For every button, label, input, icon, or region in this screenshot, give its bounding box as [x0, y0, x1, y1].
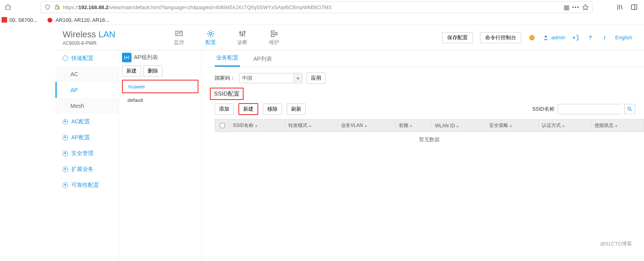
- nav-diag[interactable]: 诊断: [227, 28, 258, 48]
- group-delete-button[interactable]: 删除: [143, 65, 162, 77]
- svg-line-5: [621, 5, 622, 10]
- table-empty: 暂无数据: [215, 132, 644, 148]
- cli-button[interactable]: 命令行控制台: [480, 32, 521, 43]
- select-all-checkbox[interactable]: [220, 123, 225, 128]
- nav-config[interactable]: 配置: [195, 28, 227, 48]
- shield-icon: [44, 4, 51, 11]
- ap-group-heading: AP组列表: [122, 53, 198, 62]
- logout-icon[interactable]: [572, 34, 579, 41]
- col-vlan: 业务VLAN▲: [338, 119, 396, 132]
- save-config-button[interactable]: 保存配置: [442, 32, 473, 43]
- svg-point-18: [275, 33, 278, 35]
- nav-maint[interactable]: 维护: [258, 28, 290, 48]
- svg-point-9: [210, 32, 212, 35]
- home-icon[interactable]: [2, 2, 13, 13]
- ssid-refresh-button[interactable]: 刷新: [287, 104, 306, 115]
- sidebar-ac-config[interactable]: AC配置: [55, 114, 118, 130]
- col-ssid: SSID名称▲: [230, 119, 285, 132]
- lang-switch[interactable]: English: [615, 35, 632, 40]
- ssid-new-button[interactable]: 新建: [238, 103, 258, 115]
- group-item-huawei[interactable]: huawei: [122, 80, 198, 93]
- play-icon: [63, 119, 68, 125]
- watermark: @51CTO博客: [600, 240, 632, 248]
- antenna-icon: [122, 53, 131, 62]
- svg-text:♪: ♪: [531, 36, 533, 39]
- search-label: SSID名称: [532, 106, 554, 113]
- svg-line-24: [631, 110, 632, 111]
- lock-warning-icon: !: [53, 4, 61, 11]
- svg-rect-6: [631, 5, 637, 10]
- alert-icon[interactable]: ♪: [528, 34, 535, 41]
- star-icon[interactable]: [582, 4, 589, 11]
- col-wlanid: WLAN ID▲: [432, 119, 486, 132]
- sidebar-item-mesh[interactable]: Mesh: [55, 98, 118, 114]
- ssid-config-heading: SSID配置: [210, 88, 244, 100]
- help-icon[interactable]: ?: [587, 34, 594, 41]
- nav-monitor[interactable]: 监控: [163, 28, 195, 48]
- tab-service-config[interactable]: 业务配置: [215, 54, 240, 67]
- sidebar-item-ac[interactable]: AC: [55, 66, 118, 82]
- group-item-default[interactable]: default: [122, 93, 198, 107]
- tab-ap-list[interactable]: AP列表: [252, 56, 274, 67]
- sidebar-item-ap[interactable]: AP: [55, 82, 118, 98]
- more-icon[interactable]: •••: [572, 4, 579, 11]
- col-forward: 转发模式▲: [285, 119, 337, 132]
- svg-rect-17: [271, 34, 274, 36]
- sidebar-security[interactable]: 安全管理: [55, 146, 118, 161]
- chevron-down-icon: ▾: [293, 74, 302, 83]
- huawei-logo-icon: [47, 17, 53, 23]
- col-sec: 安全策略▲: [486, 119, 538, 132]
- svg-rect-16: [271, 31, 274, 33]
- url-text: https://192.168.88.2/view/main/default.h…: [63, 4, 560, 10]
- circle-back-icon: [63, 56, 68, 61]
- sidebar-icon[interactable]: [631, 4, 638, 11]
- url-bar[interactable]: ! https://192.168.88.2/view/main/default…: [40, 1, 593, 13]
- svg-point-23: [628, 107, 631, 110]
- device-model: AC6005-8-PWR: [63, 40, 163, 46]
- play-icon: [63, 135, 68, 140]
- sidebar-reliability[interactable]: 可靠性配置: [55, 177, 118, 193]
- svg-point-22: [126, 57, 128, 58]
- ssid-search-input[interactable]: [558, 104, 621, 114]
- svg-point-21: [545, 35, 547, 37]
- apply-button[interactable]: 应用: [307, 73, 326, 84]
- qr-icon[interactable]: ▦: [563, 4, 570, 11]
- play-icon: [63, 151, 68, 156]
- group-new-button[interactable]: 新建: [122, 65, 141, 77]
- country-code-select[interactable]: 中国 ▾: [239, 73, 303, 83]
- play-icon: [63, 167, 68, 172]
- sidebar-quick-config[interactable]: 快速配置: [55, 50, 118, 66]
- ssid-table: SSID名称▲ 转发模式▲ 业务VLAN▲ 射频▲ WLAN ID▲ 安全策略▲…: [215, 119, 644, 147]
- user-menu[interactable]: admin: [543, 35, 565, 41]
- info-icon[interactable]: i: [601, 34, 608, 41]
- library-icon[interactable]: [616, 4, 623, 11]
- search-button[interactable]: [624, 104, 635, 114]
- col-radio: 射频▲: [395, 119, 432, 132]
- ssid-remove-button[interactable]: 移除: [263, 104, 282, 115]
- app-title: Wireless LAN: [63, 29, 163, 40]
- sidebar-ap-config[interactable]: AP配置: [55, 130, 118, 146]
- svg-text:!: !: [58, 8, 59, 10]
- bookmark-item-switches[interactable]: 00, S6700...: [0, 16, 39, 24]
- bookmark-item-routers[interactable]: AR100, AR120, AR16...: [45, 16, 111, 24]
- ssid-add-button[interactable]: 添加: [215, 104, 234, 115]
- col-enable: 使能状态▲: [591, 119, 644, 132]
- sidebar-extended[interactable]: 扩展业务: [55, 161, 118, 177]
- col-auth: 认证方式▲: [538, 119, 591, 132]
- country-code-label: 国家码：: [215, 75, 235, 82]
- play-icon: [63, 182, 68, 188]
